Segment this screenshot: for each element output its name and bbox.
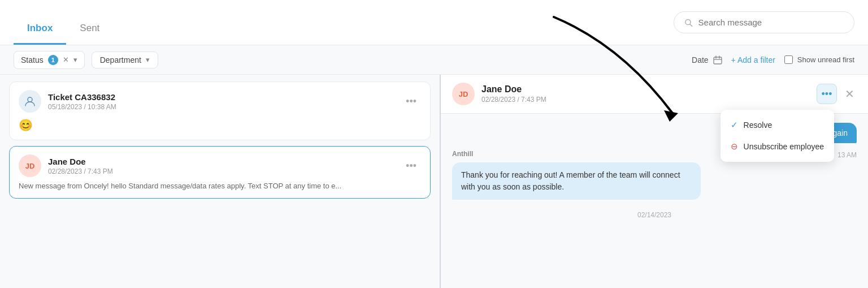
show-unread-checkbox[interactable] [784,55,793,64]
ticket-more-button[interactable]: ••• [401,93,421,110]
status-filter[interactable]: Status 1 ✕ ▾ [14,51,85,69]
status-chevron-icon[interactable]: ▾ [73,55,77,64]
tab-sent[interactable]: Sent [66,0,113,45]
jane-preview: New message from Oncely! hello Standard … [19,182,421,190]
search-input[interactable] [698,18,844,27]
jane-title: Jane Doe [48,157,113,166]
detail-date: 02/28/2023 / 7:43 PM [481,96,546,104]
show-unread-label: Show unread first [797,55,854,64]
detail-header: JD Jane Doe 02/28/2023 / 7:43 PM ••• ✕ [441,75,868,114]
message-card-jane[interactable]: JD Jane Doe 02/28/2023 / 7:43 PM ••• New… [9,146,431,199]
search-box [674,11,854,33]
department-filter[interactable]: Department ▾ [92,51,158,68]
detail-name: Jane Doe [481,84,546,94]
jane-card-header: JD Jane Doe 02/28/2023 / 7:43 PM ••• [19,154,421,177]
detail-close-button[interactable]: ✕ [843,85,857,103]
chat-bubble-anthill: Thank you for reaching out! A member of … [452,162,701,200]
add-filter-button[interactable]: + Add a filter [731,55,775,65]
status-count-badge: 1 [48,55,58,65]
dept-chevron-icon[interactable]: ▾ [146,55,150,64]
filter-left: Status 1 ✕ ▾ Department ▾ [14,51,158,69]
jane-date: 02/28/2023 / 7:43 PM [48,167,113,175]
message-card-header: Ticket CA336832 05/18/2023 / 10:38 AM ••… [19,90,421,113]
context-menu: ✓ Resolve ⊖ Unsubscribe employee [721,110,834,162]
ticket-date: 05/18/2023 / 10:38 AM [48,103,116,111]
jane-more-button[interactable]: ••• [401,158,421,174]
svg-rect-2 [714,57,722,64]
search-icon [684,18,693,27]
check-icon: ✓ [731,120,738,130]
ticket-title: Ticket CA336832 [48,92,116,102]
status-filter-label: Status [21,55,44,65]
calendar-icon [713,55,722,65]
ticket-emoji: 😊 [19,118,421,132]
unsubscribe-label: Unsubscribe employee [744,142,824,151]
message-detail: JD Jane Doe 02/28/2023 / 7:43 PM ••• ✕ ↩… [441,75,868,288]
resolve-label: Resolve [744,121,772,130]
unsubscribe-icon: ⊖ [731,141,738,152]
message-card-ticket[interactable]: Ticket CA336832 05/18/2023 / 10:38 AM ••… [9,81,431,140]
main-content: Ticket CA336832 05/18/2023 / 10:38 AM ••… [0,75,868,288]
date-filter[interactable]: Date [692,55,722,65]
tab-inbox[interactable]: Inbox [14,0,66,45]
anthill-sender-label: Anthill [452,150,473,158]
anthill-time: 13 AM [837,151,857,159]
tabs: Inbox Sent [14,0,113,45]
detail-more-button[interactable]: ••• [817,84,837,104]
chat-date-divider: 02/14/2023 [452,211,857,219]
date-label: Date [692,55,709,65]
message-list: Ticket CA336832 05/18/2023 / 10:38 AM ••… [0,75,441,288]
context-menu-unsubscribe[interactable]: ⊖ Unsubscribe employee [721,136,834,157]
avatar-ticket [19,90,41,113]
filter-right: Date + Add a filter Show unread first [692,55,854,65]
context-menu-resolve[interactable]: ✓ Resolve [721,114,834,136]
svg-line-1 [690,24,692,26]
svg-point-6 [28,97,32,102]
avatar-jane: JD [19,154,41,177]
filter-bar: Status 1 ✕ ▾ Department ▾ Date + Add a f… [0,45,868,75]
status-close-icon[interactable]: ✕ [63,55,69,64]
show-unread-filter[interactable]: Show unread first [784,55,854,64]
top-bar: Inbox Sent [0,0,868,45]
department-label: Department [100,55,141,65]
detail-avatar: JD [452,83,475,105]
